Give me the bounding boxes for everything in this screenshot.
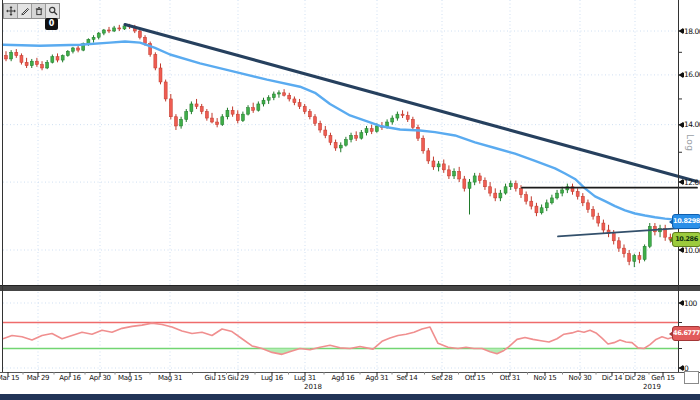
bottom-scrollbar[interactable] — [0, 394, 700, 400]
candle — [623, 248, 626, 254]
candle — [509, 184, 512, 187]
candle — [205, 112, 208, 118]
candle — [422, 138, 425, 151]
candle — [597, 216, 600, 223]
move-icon — [6, 6, 16, 16]
candle — [633, 256, 636, 262]
candle — [35, 61, 38, 64]
candle — [545, 203, 548, 208]
candle — [257, 104, 260, 110]
time-axis-label: Lug 31 — [294, 374, 316, 382]
candle — [406, 115, 409, 119]
candle — [391, 118, 394, 122]
candle — [329, 135, 332, 142]
candle — [602, 223, 605, 230]
tick-arrow-icon — [679, 72, 683, 78]
candle — [138, 31, 141, 37]
candle — [272, 94, 275, 98]
grid-layer — [3, 0, 678, 372]
candle — [247, 108, 250, 114]
delete-tool-button[interactable] — [32, 4, 46, 18]
time-axis-label: Nov 15 — [534, 374, 557, 382]
tick-arrow-icon — [679, 28, 683, 34]
tick-arrow-icon — [679, 179, 683, 185]
candle — [123, 26, 126, 29]
candle — [468, 182, 471, 188]
year-label: 2019 — [643, 383, 661, 391]
time-axis-label: Mag 31 — [158, 374, 182, 382]
time-axis-label: Dic 28 — [625, 374, 646, 382]
candle — [344, 140, 347, 146]
candle — [442, 164, 445, 170]
candle — [592, 209, 595, 216]
candle — [499, 193, 502, 198]
candle — [401, 114, 404, 115]
candle — [550, 198, 553, 203]
ma-value-badge: 10.8298 — [672, 214, 700, 229]
candle — [494, 193, 497, 198]
log-scale-label: Log — [685, 134, 695, 152]
candle — [61, 56, 64, 60]
price-axis-label: 18.00 — [679, 27, 700, 35]
time-axis-label: Ago 31 — [366, 374, 389, 382]
candle — [355, 135, 358, 138]
candle — [10, 52, 13, 59]
candle — [144, 37, 147, 43]
candle — [396, 114, 399, 118]
descending-trendline[interactable] — [125, 24, 697, 181]
tick-arrow-icon — [679, 300, 683, 306]
time-axis-label: Dic 14 — [602, 374, 623, 382]
time-axis-label: Mar 29 — [27, 374, 50, 382]
zoom-tool-button[interactable] — [46, 4, 59, 18]
time-axis-label: Ott 31 — [500, 374, 520, 382]
time-axis-label: Giu 15 — [204, 374, 225, 382]
candle — [71, 48, 74, 51]
candle — [118, 28, 121, 29]
candle — [375, 126, 378, 131]
candle — [15, 52, 18, 55]
candle — [293, 99, 296, 103]
candle — [427, 151, 430, 161]
candle — [262, 100, 265, 104]
drawings-count-badge: 0 — [45, 18, 58, 30]
candle — [41, 65, 44, 68]
panel-resize-handle[interactable] — [684, 371, 699, 384]
candle — [5, 56, 8, 59]
candle — [56, 57, 59, 60]
draw-tool-button[interactable] — [18, 4, 32, 18]
candle — [463, 179, 466, 188]
candle — [314, 117, 317, 124]
time-axis-label: Apr 30 — [89, 374, 110, 382]
candle — [458, 171, 461, 179]
candle — [319, 123, 322, 130]
candle — [298, 103, 301, 107]
candle — [190, 104, 193, 112]
candle — [308, 112, 311, 117]
candle — [92, 37, 95, 39]
candle — [473, 176, 476, 182]
pan-tool-button[interactable] — [4, 4, 18, 18]
time-axis-label: Ott 15 — [465, 374, 485, 382]
candle — [66, 51, 69, 55]
candle — [226, 110, 229, 116]
candle — [113, 28, 116, 31]
candle — [483, 181, 486, 187]
chart-canvas[interactable] — [0, 0, 700, 400]
time-axis-label: Set 28 — [432, 374, 453, 382]
candle — [20, 56, 23, 63]
year-label: 2018 — [304, 383, 322, 391]
candle — [360, 133, 363, 138]
tick-arrow-icon — [679, 122, 683, 128]
candle — [581, 196, 584, 203]
candle — [453, 171, 456, 176]
candle — [267, 98, 270, 100]
candle — [514, 184, 517, 189]
candle — [30, 61, 33, 66]
tick-arrow-icon — [679, 365, 683, 371]
time-axis-label: Lug 16 — [261, 374, 283, 382]
candle — [540, 208, 543, 213]
time-axis-label: Gen 15 — [651, 374, 675, 382]
candle — [339, 145, 342, 148]
candle — [489, 187, 492, 193]
indicator-axis-label: 100 — [679, 299, 697, 307]
